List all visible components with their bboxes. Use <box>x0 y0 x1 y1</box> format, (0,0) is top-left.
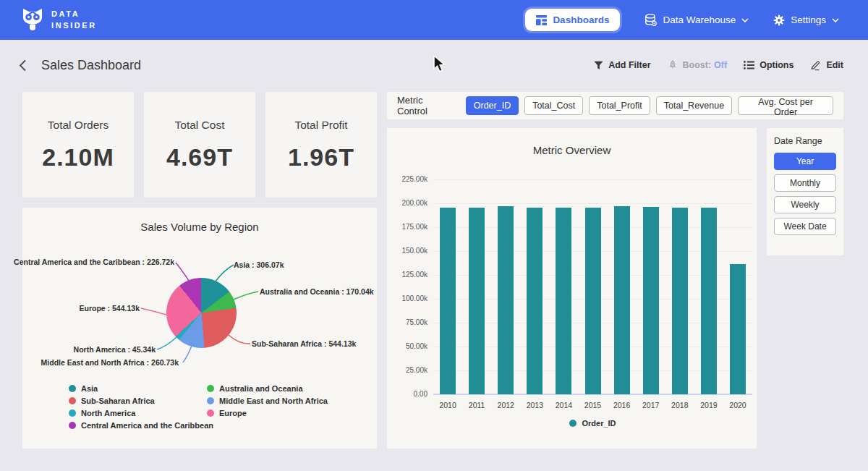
kpi-row: Total Orders2.10MTotal Cost4.69TTotal Pr… <box>22 92 377 198</box>
edit-button[interactable]: Edit <box>810 60 843 71</box>
bar-2016[interactable] <box>614 206 630 394</box>
date-range-buttons: YearMonthlyWeeklyWeek Date <box>774 153 836 235</box>
metric-control-label: Metric Control <box>397 95 456 116</box>
legend-dot <box>207 397 214 404</box>
top-navbar: DATA INSIDER Dashboards D <box>0 0 868 40</box>
metric-control-buttons: Order_IDTotal_CostTotal_ProfitTotal_Reve… <box>466 96 833 115</box>
header-actions: Add Filter Boost: Off Options <box>594 60 843 71</box>
bar-legend: Order_ID <box>433 419 752 428</box>
pie-label-north-america: North America : 45.34k <box>74 345 156 354</box>
legend-label: Central America and the Caribbean <box>81 421 213 430</box>
back-chevron-icon <box>19 59 27 72</box>
metric-button-total-cost[interactable]: Total_Cost <box>524 96 583 115</box>
bar-column <box>665 179 694 394</box>
bar-column <box>608 179 637 394</box>
pie-label-australia-and-oceania: Australia and Oceania : 170.04k <box>260 287 374 296</box>
options-button[interactable]: Options <box>744 60 793 70</box>
legend-item: Order_ID <box>569 419 616 428</box>
metric-button-order-id[interactable]: Order_ID <box>466 96 519 115</box>
legend-label: Asia <box>81 384 98 393</box>
kpi-label: Total Orders <box>48 119 109 132</box>
pie-chart[interactable] <box>166 278 237 348</box>
nav-settings-menu[interactable]: Settings <box>773 14 839 26</box>
sales-volume-panel: Sales Volume by Region Asia : 306.07k Au… <box>22 208 377 449</box>
bar-2019[interactable] <box>701 208 717 394</box>
pie-leader-5 <box>141 308 166 315</box>
date-range-button-weekly[interactable]: Weekly <box>774 196 836 213</box>
date-range-button-monthly[interactable]: Monthly <box>774 174 836 192</box>
bar-chart-title: Metric Overview <box>387 144 757 156</box>
legend-dot <box>569 420 576 427</box>
x-tick-label: 2013 <box>520 401 549 410</box>
bar-2014[interactable] <box>556 208 571 394</box>
bar-2013[interactable] <box>527 208 542 394</box>
legend-label: Order_ID <box>582 419 616 428</box>
y-tick-label: 200.00k <box>401 199 427 207</box>
bar-2020[interactable] <box>730 264 746 394</box>
y-tick-label: 125.00k <box>401 271 427 279</box>
bar-2012[interactable] <box>498 206 514 394</box>
x-tick-label: 2011 <box>462 401 491 410</box>
kpi-value: 1.96T <box>288 143 354 171</box>
dashboard-grid-icon <box>536 15 547 25</box>
x-tick-label: 2020 <box>723 401 752 410</box>
back-button[interactable] <box>19 59 27 72</box>
x-tick-label: 2014 <box>549 401 578 410</box>
legend-dot <box>207 410 214 417</box>
pie-leader-3 <box>183 346 192 362</box>
legend-item: Central America and the Caribbean <box>69 421 207 430</box>
options-list-icon <box>744 61 754 69</box>
metric-button-total-profit[interactable]: Total_Profit <box>589 96 650 115</box>
brand[interactable]: DATA INSIDER <box>22 8 97 32</box>
date-range-button-year[interactable]: Year <box>774 153 836 170</box>
x-tick-label: 2016 <box>608 401 637 410</box>
add-filter-button[interactable]: Add Filter <box>594 60 650 70</box>
legend-item: Sub-Saharan Africa <box>69 396 207 405</box>
filter-funnel-icon <box>594 61 603 70</box>
x-tick-label: 2015 <box>578 401 607 410</box>
date-range-panel: Date Range YearMonthlyWeeklyWeek Date <box>767 128 843 255</box>
kpi-value: 2.10M <box>42 143 114 171</box>
pie-legend: AsiaAustralia and OceaniaSub-Saharan Afr… <box>69 384 328 430</box>
boost-toggle[interactable]: Boost: Off <box>668 60 728 70</box>
pie-label-central-america: Central America and the Caribbean : 226.… <box>14 258 174 266</box>
app-root: DATA INSIDER Dashboards D <box>0 0 868 471</box>
x-tick-label: 2018 <box>665 401 694 410</box>
y-tick-label: 50.00k <box>406 342 427 350</box>
brand-text: DATA INSIDER <box>51 9 97 31</box>
bar-2018[interactable] <box>672 208 688 394</box>
pencil-icon <box>810 60 821 71</box>
legend-dot <box>69 410 76 417</box>
gear-icon <box>773 14 785 26</box>
page-header: Sales Dashboard Add Filter Boost: Off <box>0 40 868 90</box>
date-range-button-week-date[interactable]: Week Date <box>774 218 836 235</box>
bar-xaxis: 2010201120122013201420152016201720182019… <box>433 401 752 410</box>
legend-label: Middle East and North Africa <box>219 396 328 405</box>
bar-2011[interactable] <box>469 208 485 394</box>
rocket-icon <box>668 60 678 70</box>
nav-data-warehouse-menu[interactable]: Data Warehouse <box>644 14 749 26</box>
pie-label-asia: Asia : 306.07k <box>234 260 284 269</box>
pie-leader-1 <box>234 292 258 300</box>
bar-yaxis: 225.00k200.00k175.00k150.00k125.00k100.0… <box>387 128 429 449</box>
chevron-down-icon <box>741 18 749 22</box>
y-tick-label: 100.00k <box>401 294 427 302</box>
database-icon <box>644 14 657 26</box>
metric-button-avg-cost-per-order[interactable]: Avg. Cost per Order <box>738 96 833 115</box>
legend-item: North America <box>69 409 207 417</box>
legend-dot <box>69 422 76 429</box>
x-tick-label: 2012 <box>491 401 520 410</box>
pie-chart-title: Sales Volume by Region <box>22 221 377 233</box>
bar-2010[interactable] <box>440 208 456 394</box>
y-tick-label: 75.00k <box>406 318 427 326</box>
bar-2015[interactable] <box>585 208 601 394</box>
metric-button-total-revenue[interactable]: Total_Revenue <box>656 96 732 115</box>
legend-label: Europe <box>219 409 247 417</box>
bar-series <box>433 179 752 394</box>
nav-dashboards-button[interactable]: Dashboards <box>525 9 620 31</box>
bar-2017[interactable] <box>643 207 659 394</box>
y-tick-label: 150.00k <box>401 247 427 255</box>
kpi-label: Total Profit <box>294 119 347 132</box>
legend-item: Middle East and North Africa <box>207 396 328 405</box>
bar-column <box>549 179 578 394</box>
